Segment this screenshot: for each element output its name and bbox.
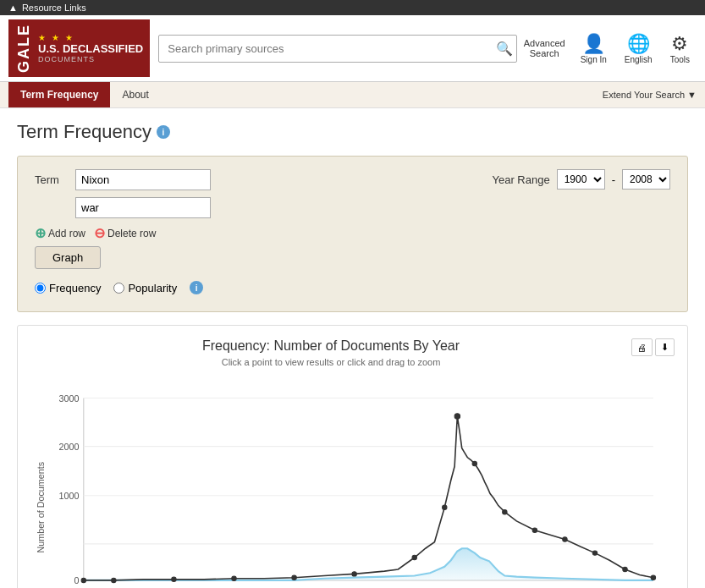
svg-text:Number of Documents: Number of Documents	[36, 462, 47, 553]
tf-form-right: Year Range 1900 1910 1920 1930 1940 1950…	[492, 169, 670, 190]
svg-point-42	[532, 528, 537, 532]
frequency-radio-label[interactable]: Frequency	[35, 282, 101, 294]
svg-point-35	[292, 575, 296, 580]
search-area: 🔍 Advanced Search	[158, 35, 565, 63]
tools-button[interactable]: ⚙ Tools	[664, 30, 697, 67]
minus-icon: ⊖	[94, 225, 105, 241]
svg-point-39	[454, 414, 460, 419]
tab-term-frequency[interactable]: Term Frequency	[8, 82, 110, 107]
tf-form-grid: Term Year Range 1900 1910 1920 1930 1940…	[35, 169, 670, 218]
logo-title-main: U.S. DECLASSIFIED	[38, 42, 143, 56]
add-row-button[interactable]: ⊕ Add row	[35, 225, 85, 241]
tf-form-actions: ⊕ Add row ⊖ Delete row Graph Frequency	[35, 225, 670, 294]
chart-subtitle: Click a point to view results or click a…	[30, 357, 631, 367]
header-icons: 👤 Sign In 🌐 English ⚙ Tools	[574, 30, 697, 67]
term-label: Term	[35, 173, 69, 186]
logo-stars-title: ★ ★ ★ U.S. DECLASSIFIED DOCUMENTS	[38, 33, 143, 64]
sign-in-button[interactable]: 👤 Sign In	[574, 30, 614, 67]
chart-svg: Number of Documents 3000 2000 1000 0 190…	[30, 380, 675, 588]
svg-point-33	[172, 577, 176, 581]
chart-print-button[interactable]: 🖨	[631, 338, 653, 356]
search-input[interactable]	[158, 35, 517, 63]
header: GALE ★ ★ ★ U.S. DECLASSIFIED DOCUMENTS 🔍…	[0, 15, 705, 82]
language-button[interactable]: 🌐 English	[618, 30, 659, 67]
resource-links-caret: ▲	[8, 3, 18, 13]
person-icon: 👤	[582, 33, 605, 55]
svg-point-46	[651, 575, 655, 580]
year-dash: -	[612, 173, 615, 186]
search-button[interactable]: 🔍	[496, 41, 513, 57]
year-range-label: Year Range	[492, 173, 549, 186]
svg-text:2000: 2000	[59, 442, 80, 452]
chart-download-button[interactable]: ⬇	[655, 338, 675, 356]
nav-bar: Term Frequency About Extend Your Search …	[0, 82, 705, 108]
language-label: English	[625, 55, 653, 64]
tf-term-row-2	[35, 197, 211, 218]
tf-term-row-1: Term	[35, 169, 211, 190]
svg-point-41	[503, 509, 507, 514]
year-start-select[interactable]: 1900 1910 1920 1930 1940 1950	[557, 169, 605, 190]
page-title: Term Frequency i	[17, 121, 688, 143]
svg-point-32	[112, 578, 116, 582]
svg-point-43	[563, 537, 567, 541]
gear-icon: ⚙	[671, 33, 688, 55]
resource-links-bar: ▲ Resource Links	[0, 0, 705, 15]
chart-area[interactable]: Number of Documents 3000 2000 1000 0 190…	[30, 380, 675, 588]
logo-stars: ★ ★ ★	[38, 33, 143, 42]
row-actions: ⊕ Add row ⊖ Delete row	[35, 225, 670, 241]
svg-point-31	[81, 578, 85, 582]
radio-group: Frequency Popularity i	[35, 281, 670, 294]
svg-point-45	[623, 567, 627, 571]
popularity-info-icon[interactable]: i	[190, 281, 203, 294]
term2-input[interactable]	[75, 197, 211, 218]
svg-point-37	[412, 555, 416, 559]
graph-button[interactable]: Graph	[35, 246, 101, 269]
plus-icon: ⊕	[35, 225, 46, 241]
tf-form-left: Term	[35, 169, 211, 218]
page-title-info-icon[interactable]: i	[157, 125, 170, 139]
svg-point-40	[472, 461, 476, 465]
extend-search-link[interactable]: Extend Your Search ▼	[603, 90, 697, 100]
delete-row-button[interactable]: ⊖ Delete row	[94, 225, 156, 241]
tools-label: Tools	[670, 55, 690, 64]
chart-top-row: Frequency: Number of Documents By Year C…	[30, 338, 675, 380]
logo-title-sub: DOCUMENTS	[38, 55, 143, 63]
globe-icon: 🌐	[627, 33, 650, 55]
svg-point-34	[232, 576, 236, 580]
svg-point-36	[352, 572, 356, 576]
tf-form: Term Year Range 1900 1910 1920 1930 1940…	[17, 156, 688, 312]
svg-point-44	[592, 551, 597, 555]
chart-icons: 🖨 ⬇	[631, 338, 675, 356]
chart-title: Frequency: Number of Documents By Year	[30, 338, 631, 354]
resource-links-label[interactable]: Resource Links	[22, 3, 86, 13]
tab-about[interactable]: About	[110, 82, 160, 107]
graph-btn-wrapper: Graph	[35, 246, 670, 269]
chart-title-block: Frequency: Number of Documents By Year C…	[30, 338, 631, 380]
logo[interactable]: GALE ★ ★ ★ U.S. DECLASSIFIED DOCUMENTS	[8, 19, 150, 77]
search-box-wrapper: 🔍	[158, 35, 517, 63]
sign-in-label: Sign In	[581, 55, 607, 64]
popularity-radio[interactable]	[113, 283, 124, 294]
gale-text: GALE	[15, 24, 33, 73]
main-content: Term Frequency i Term Year Range 1900 19…	[0, 108, 705, 588]
svg-text:3000: 3000	[59, 393, 80, 404]
svg-point-38	[443, 505, 447, 509]
frequency-radio[interactable]	[35, 283, 46, 294]
advanced-search-link[interactable]: Advanced Search	[524, 38, 565, 58]
nav-tabs: Term Frequency About	[8, 82, 161, 107]
svg-text:1000: 1000	[59, 491, 80, 501]
svg-text:0: 0	[74, 575, 79, 585]
chart-container: Frequency: Number of Documents By Year C…	[17, 325, 688, 588]
popularity-radio-label[interactable]: Popularity	[113, 282, 177, 294]
term1-input[interactable]	[75, 169, 211, 190]
year-end-select[interactable]: 2000 2004 2008	[622, 169, 670, 190]
